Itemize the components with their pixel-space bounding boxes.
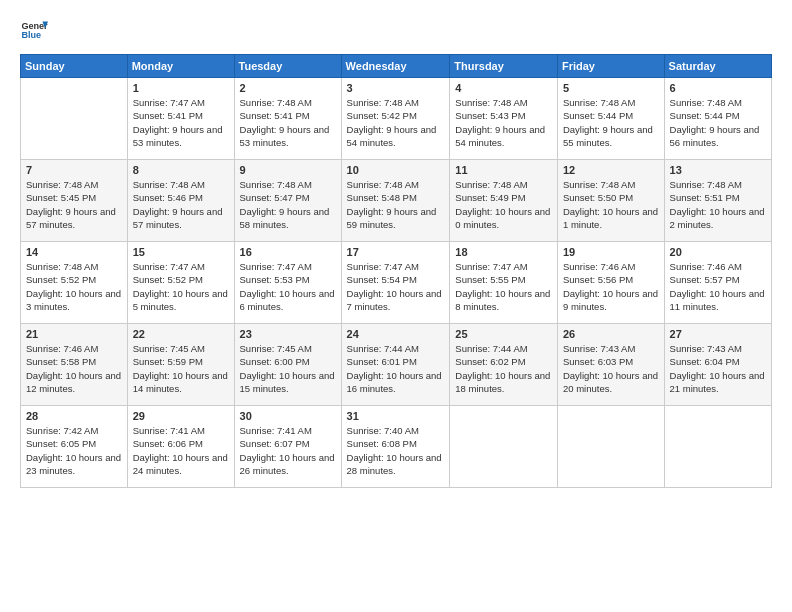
calendar-cell: 27Sunrise: 7:43 AM Sunset: 6:04 PM Dayli… (664, 324, 771, 406)
day-info: Sunrise: 7:48 AM Sunset: 5:51 PM Dayligh… (670, 178, 766, 231)
day-number: 10 (347, 164, 445, 176)
day-info: Sunrise: 7:48 AM Sunset: 5:48 PM Dayligh… (347, 178, 445, 231)
day-info: Sunrise: 7:48 AM Sunset: 5:44 PM Dayligh… (670, 96, 766, 149)
calendar-cell: 26Sunrise: 7:43 AM Sunset: 6:03 PM Dayli… (557, 324, 664, 406)
calendar-week-row: 1Sunrise: 7:47 AM Sunset: 5:41 PM Daylig… (21, 78, 772, 160)
day-info: Sunrise: 7:47 AM Sunset: 5:55 PM Dayligh… (455, 260, 552, 313)
calendar-cell: 12Sunrise: 7:48 AM Sunset: 5:50 PM Dayli… (557, 160, 664, 242)
calendar-cell: 9Sunrise: 7:48 AM Sunset: 5:47 PM Daylig… (234, 160, 341, 242)
calendar-cell: 21Sunrise: 7:46 AM Sunset: 5:58 PM Dayli… (21, 324, 128, 406)
day-info: Sunrise: 7:48 AM Sunset: 5:45 PM Dayligh… (26, 178, 122, 231)
day-number: 4 (455, 82, 552, 94)
calendar-cell: 24Sunrise: 7:44 AM Sunset: 6:01 PM Dayli… (341, 324, 450, 406)
calendar-cell: 7Sunrise: 7:48 AM Sunset: 5:45 PM Daylig… (21, 160, 128, 242)
calendar-cell: 20Sunrise: 7:46 AM Sunset: 5:57 PM Dayli… (664, 242, 771, 324)
day-number: 9 (240, 164, 336, 176)
calendar-week-row: 14Sunrise: 7:48 AM Sunset: 5:52 PM Dayli… (21, 242, 772, 324)
day-number: 12 (563, 164, 659, 176)
day-info: Sunrise: 7:48 AM Sunset: 5:41 PM Dayligh… (240, 96, 336, 149)
calendar-cell: 4Sunrise: 7:48 AM Sunset: 5:43 PM Daylig… (450, 78, 558, 160)
day-info: Sunrise: 7:47 AM Sunset: 5:52 PM Dayligh… (133, 260, 229, 313)
calendar-cell: 28Sunrise: 7:42 AM Sunset: 6:05 PM Dayli… (21, 406, 128, 488)
calendar-cell: 23Sunrise: 7:45 AM Sunset: 6:00 PM Dayli… (234, 324, 341, 406)
day-info: Sunrise: 7:47 AM Sunset: 5:54 PM Dayligh… (347, 260, 445, 313)
calendar-day-header: Friday (557, 55, 664, 78)
day-info: Sunrise: 7:48 AM Sunset: 5:46 PM Dayligh… (133, 178, 229, 231)
day-number: 31 (347, 410, 445, 422)
calendar-cell: 1Sunrise: 7:47 AM Sunset: 5:41 PM Daylig… (127, 78, 234, 160)
calendar-cell: 6Sunrise: 7:48 AM Sunset: 5:44 PM Daylig… (664, 78, 771, 160)
calendar-week-row: 21Sunrise: 7:46 AM Sunset: 5:58 PM Dayli… (21, 324, 772, 406)
day-info: Sunrise: 7:40 AM Sunset: 6:08 PM Dayligh… (347, 424, 445, 477)
day-info: Sunrise: 7:48 AM Sunset: 5:44 PM Dayligh… (563, 96, 659, 149)
day-number: 16 (240, 246, 336, 258)
calendar-cell: 15Sunrise: 7:47 AM Sunset: 5:52 PM Dayli… (127, 242, 234, 324)
day-number: 23 (240, 328, 336, 340)
calendar-cell (450, 406, 558, 488)
calendar-cell: 22Sunrise: 7:45 AM Sunset: 5:59 PM Dayli… (127, 324, 234, 406)
calendar-cell: 19Sunrise: 7:46 AM Sunset: 5:56 PM Dayli… (557, 242, 664, 324)
day-number: 2 (240, 82, 336, 94)
calendar-cell: 5Sunrise: 7:48 AM Sunset: 5:44 PM Daylig… (557, 78, 664, 160)
calendar-cell: 30Sunrise: 7:41 AM Sunset: 6:07 PM Dayli… (234, 406, 341, 488)
day-number: 19 (563, 246, 659, 258)
day-info: Sunrise: 7:46 AM Sunset: 5:58 PM Dayligh… (26, 342, 122, 395)
day-number: 5 (563, 82, 659, 94)
day-info: Sunrise: 7:45 AM Sunset: 5:59 PM Dayligh… (133, 342, 229, 395)
day-info: Sunrise: 7:48 AM Sunset: 5:50 PM Dayligh… (563, 178, 659, 231)
day-number: 28 (26, 410, 122, 422)
svg-text:Blue: Blue (21, 30, 41, 40)
day-number: 13 (670, 164, 766, 176)
day-number: 1 (133, 82, 229, 94)
day-number: 6 (670, 82, 766, 94)
calendar-cell: 14Sunrise: 7:48 AM Sunset: 5:52 PM Dayli… (21, 242, 128, 324)
day-info: Sunrise: 7:45 AM Sunset: 6:00 PM Dayligh… (240, 342, 336, 395)
page-container: General Blue SundayMondayTuesdayWednesda… (0, 0, 792, 612)
calendar-header-row: SundayMondayTuesdayWednesdayThursdayFrid… (21, 55, 772, 78)
day-number: 11 (455, 164, 552, 176)
calendar-day-header: Wednesday (341, 55, 450, 78)
calendar-table: SundayMondayTuesdayWednesdayThursdayFrid… (20, 54, 772, 488)
calendar-week-row: 7Sunrise: 7:48 AM Sunset: 5:45 PM Daylig… (21, 160, 772, 242)
day-info: Sunrise: 7:48 AM Sunset: 5:49 PM Dayligh… (455, 178, 552, 231)
day-info: Sunrise: 7:47 AM Sunset: 5:41 PM Dayligh… (133, 96, 229, 149)
calendar-cell: 17Sunrise: 7:47 AM Sunset: 5:54 PM Dayli… (341, 242, 450, 324)
day-number: 22 (133, 328, 229, 340)
day-number: 25 (455, 328, 552, 340)
day-number: 24 (347, 328, 445, 340)
calendar-cell: 10Sunrise: 7:48 AM Sunset: 5:48 PM Dayli… (341, 160, 450, 242)
day-number: 26 (563, 328, 659, 340)
day-number: 27 (670, 328, 766, 340)
day-info: Sunrise: 7:46 AM Sunset: 5:57 PM Dayligh… (670, 260, 766, 313)
day-number: 20 (670, 246, 766, 258)
day-info: Sunrise: 7:44 AM Sunset: 6:01 PM Dayligh… (347, 342, 445, 395)
day-info: Sunrise: 7:46 AM Sunset: 5:56 PM Dayligh… (563, 260, 659, 313)
calendar-day-header: Monday (127, 55, 234, 78)
day-number: 7 (26, 164, 122, 176)
calendar-day-header: Thursday (450, 55, 558, 78)
calendar-cell (21, 78, 128, 160)
calendar-week-row: 28Sunrise: 7:42 AM Sunset: 6:05 PM Dayli… (21, 406, 772, 488)
day-info: Sunrise: 7:48 AM Sunset: 5:47 PM Dayligh… (240, 178, 336, 231)
day-number: 15 (133, 246, 229, 258)
calendar-cell: 25Sunrise: 7:44 AM Sunset: 6:02 PM Dayli… (450, 324, 558, 406)
day-info: Sunrise: 7:43 AM Sunset: 6:03 PM Dayligh… (563, 342, 659, 395)
day-info: Sunrise: 7:42 AM Sunset: 6:05 PM Dayligh… (26, 424, 122, 477)
logo-icon: General Blue (20, 16, 48, 44)
day-info: Sunrise: 7:43 AM Sunset: 6:04 PM Dayligh… (670, 342, 766, 395)
day-info: Sunrise: 7:48 AM Sunset: 5:42 PM Dayligh… (347, 96, 445, 149)
calendar-cell: 11Sunrise: 7:48 AM Sunset: 5:49 PM Dayli… (450, 160, 558, 242)
day-number: 8 (133, 164, 229, 176)
calendar-day-header: Tuesday (234, 55, 341, 78)
calendar-cell: 8Sunrise: 7:48 AM Sunset: 5:46 PM Daylig… (127, 160, 234, 242)
day-number: 30 (240, 410, 336, 422)
day-number: 18 (455, 246, 552, 258)
day-info: Sunrise: 7:47 AM Sunset: 5:53 PM Dayligh… (240, 260, 336, 313)
day-info: Sunrise: 7:41 AM Sunset: 6:06 PM Dayligh… (133, 424, 229, 477)
page-header: General Blue (20, 16, 772, 44)
calendar-day-header: Saturday (664, 55, 771, 78)
calendar-cell: 29Sunrise: 7:41 AM Sunset: 6:06 PM Dayli… (127, 406, 234, 488)
day-number: 14 (26, 246, 122, 258)
calendar-cell: 18Sunrise: 7:47 AM Sunset: 5:55 PM Dayli… (450, 242, 558, 324)
day-number: 3 (347, 82, 445, 94)
